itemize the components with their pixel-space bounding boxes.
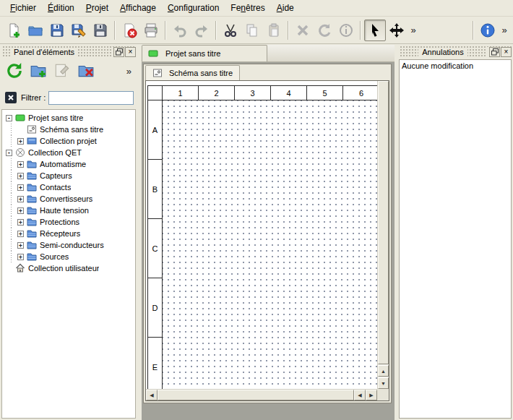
cut-button[interactable] xyxy=(220,20,241,41)
close-button[interactable] xyxy=(118,20,140,41)
tree-item-label: Capteurs xyxy=(40,171,72,180)
qelectrotech-window: Fichier Édition Projet Affichage Configu… xyxy=(0,0,513,420)
scroll-left-button[interactable]: ◀ xyxy=(146,390,158,400)
expander-icon[interactable]: + xyxy=(17,254,24,260)
menu-bar: Fichier Édition Projet Affichage Configu… xyxy=(0,0,513,17)
tree-item-automatisme[interactable]: +Automatisme xyxy=(2,158,135,170)
move-mode-button[interactable] xyxy=(386,20,408,41)
horizontal-scrollbar-thumb[interactable] xyxy=(158,390,354,400)
float-panel-button[interactable] xyxy=(113,47,124,57)
menu-edition[interactable]: Édition xyxy=(42,1,80,14)
clear-filter-icon xyxy=(4,91,17,104)
expander-icon[interactable]: + xyxy=(17,196,24,202)
panel-toolbar-overflow-button[interactable]: » xyxy=(126,66,133,77)
vertical-scrollbar-thumb[interactable] xyxy=(378,81,389,364)
copy-button[interactable] xyxy=(241,20,263,41)
info-button[interactable] xyxy=(335,20,357,41)
chevron-right-icon: » xyxy=(126,66,132,77)
schema-icon xyxy=(27,124,37,134)
toolbar-separator xyxy=(165,21,166,40)
new-button[interactable] xyxy=(3,20,25,41)
tree-item-recepteurs[interactable]: +Récepteurs xyxy=(2,228,135,239)
tree-item-label: Collection projet xyxy=(40,137,97,145)
edit-element-button[interactable] xyxy=(52,61,72,81)
expander-icon[interactable]: + xyxy=(17,242,24,249)
tree-item-protections[interactable]: +Protections xyxy=(2,216,135,228)
undo-button[interactable] xyxy=(169,20,191,41)
tree-item-sources[interactable]: +Sources xyxy=(2,251,135,262)
expander-icon[interactable]: + xyxy=(17,219,24,226)
tree-item-haute-tension[interactable]: +Haute tension xyxy=(2,205,135,216)
menu-projet[interactable]: Projet xyxy=(80,1,114,14)
new-element-button[interactable] xyxy=(28,61,48,81)
float-panel-button[interactable] xyxy=(489,47,500,57)
expander-icon[interactable]: + xyxy=(17,173,24,179)
undo-panel-header[interactable]: Annulations × xyxy=(399,46,512,58)
delete-button[interactable] xyxy=(292,20,314,41)
tree-item-schema-sans-titre[interactable]: Schéma sans titre xyxy=(2,124,135,135)
horizontal-scrollbar[interactable]: ◀ ◀ ▶ xyxy=(146,389,377,400)
expander-icon[interactable]: + xyxy=(17,231,24,237)
filter-input[interactable] xyxy=(48,91,134,105)
expander-icon[interactable]: - xyxy=(6,115,12,121)
diagram-grid[interactable] xyxy=(163,100,379,397)
toolbar-overflow-button[interactable]: » xyxy=(408,20,419,41)
scroll-up-button[interactable]: ▲ xyxy=(378,365,389,377)
open-button[interactable] xyxy=(25,20,46,41)
expander-icon[interactable]: + xyxy=(17,161,24,168)
menu-aide[interactable]: Aide xyxy=(271,1,300,14)
menu-fenetres[interactable]: Fenêtres xyxy=(225,1,270,14)
scroll-left-button-2[interactable]: ◀ xyxy=(354,390,366,400)
close-panel-button[interactable]: × xyxy=(501,47,512,57)
clear-filter-button[interactable] xyxy=(4,90,18,105)
chevron-right-icon: » xyxy=(501,25,506,35)
tree-item-convertisseurs[interactable]: +Convertisseurs xyxy=(2,193,135,205)
save-all-icon xyxy=(92,22,108,38)
redo-button[interactable] xyxy=(191,20,212,41)
redo-icon xyxy=(194,22,210,38)
tab-projet-sans-titre[interactable]: Projet sans titre xyxy=(142,45,267,61)
float-icon xyxy=(491,48,499,56)
vertical-scrollbar[interactable]: ▲ ▼ xyxy=(377,81,389,389)
expander-icon[interactable]: - xyxy=(6,150,12,156)
menu-affichage[interactable]: Affichage xyxy=(114,1,162,14)
folder-icon xyxy=(27,228,37,239)
save-as-button[interactable] xyxy=(68,20,90,41)
reload-collections-button[interactable] xyxy=(4,61,25,81)
tab-schema-sans-titre[interactable]: Schéma sans titre xyxy=(145,65,240,80)
menu-fichier[interactable]: Fichier xyxy=(4,1,42,14)
tree-item-label: Haute tension xyxy=(40,206,89,215)
undo-list[interactable]: Aucune modification xyxy=(399,59,512,419)
select-mode-button[interactable] xyxy=(364,20,386,41)
scroll-down-button[interactable]: ▼ xyxy=(378,377,389,389)
mdi-area: Schéma sans titre 1 2 3 4 5 6 A xyxy=(142,62,395,420)
rotate-button[interactable] xyxy=(314,20,335,41)
expander-icon[interactable]: + xyxy=(17,138,24,145)
expander-icon[interactable]: + xyxy=(17,184,24,191)
tree-item-capteurs[interactable]: +Capteurs xyxy=(2,170,135,181)
diagram-view[interactable]: 1 2 3 4 5 6 A B C D E xyxy=(145,80,389,401)
save-button[interactable] xyxy=(46,20,68,41)
rotate-icon xyxy=(316,22,332,38)
project-tab-label: Projet sans titre xyxy=(165,49,220,58)
tree-item-collection-qet[interactable]: -Collection QET xyxy=(2,147,135,158)
tree-item-semi-conducteurs[interactable]: +Semi-conducteurs xyxy=(2,239,135,251)
tree-item-contacts[interactable]: +Contacts xyxy=(2,181,135,193)
tree-item-label: Convertisseurs xyxy=(40,194,92,203)
toolbar-overflow-button-2[interactable]: » xyxy=(499,20,510,41)
expander-icon[interactable]: + xyxy=(17,207,24,214)
tree-item-label: Schéma sans titre xyxy=(40,125,103,134)
delete-element-button[interactable] xyxy=(76,61,96,81)
tree-item-collection-utilisateur[interactable]: Collection utilisateur xyxy=(2,262,135,274)
cut-icon xyxy=(223,22,238,38)
scroll-right-button[interactable]: ▶ xyxy=(366,390,377,400)
elements-panel-header[interactable]: Panel d'éléments × xyxy=(1,46,136,58)
close-panel-button[interactable]: × xyxy=(125,47,136,57)
tree-item-collection-projet[interactable]: +Collection projet xyxy=(2,135,135,147)
tree-item-projet-sans-titre[interactable]: -Projet sans titre xyxy=(2,112,135,124)
paste-button[interactable] xyxy=(263,20,285,41)
save-all-button[interactable] xyxy=(90,20,111,41)
about-button[interactable] xyxy=(477,20,499,41)
menu-configuration[interactable]: Configuration xyxy=(162,1,225,14)
print-button[interactable] xyxy=(140,20,162,41)
